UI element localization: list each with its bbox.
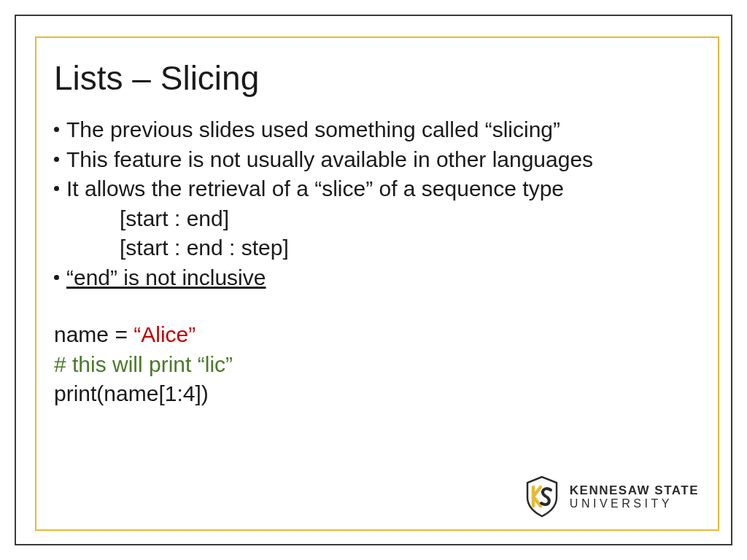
bullet-dot-icon	[54, 275, 59, 280]
bullet-text: This feature is not usually available in…	[66, 145, 693, 175]
logo-line1: KENNESAW STATE	[570, 484, 699, 497]
code-comment: # this will print “lic”	[54, 350, 693, 380]
logo-mark-icon	[523, 475, 561, 518]
slide-body: The previous slides used something calle…	[54, 115, 693, 409]
logo-line2: UNIVERSITY	[570, 498, 699, 510]
logo-text: KENNESAW STATE UNIVERSITY	[570, 484, 699, 510]
syntax-line: [start : end]	[54, 204, 693, 234]
bullet-dot-icon	[54, 186, 59, 191]
code-line: name = “Alice”	[54, 320, 693, 350]
slide-content: Lists – Slicing The previous slides used…	[54, 58, 693, 516]
bullet-item: It allows the retrieval of a “slice” of …	[54, 174, 693, 204]
bullet-item: The previous slides used something calle…	[54, 115, 693, 145]
code-print: print(name[1:4])	[54, 379, 693, 409]
code-example: name = “Alice” # this will print “lic” p…	[54, 320, 693, 409]
bullet-text: It allows the retrieval of a “slice” of …	[66, 174, 693, 204]
syntax-line: [start : end : step]	[54, 233, 693, 263]
code-assign: name =	[54, 322, 133, 346]
bullet-item: “end” is not inclusive	[54, 263, 693, 293]
bullet-dot-icon	[54, 157, 59, 162]
bullet-item: This feature is not usually available in…	[54, 145, 693, 175]
bullet-text: The previous slides used something calle…	[66, 115, 693, 145]
bullet-dot-icon	[54, 127, 59, 132]
bullet-text: “end” is not inclusive	[66, 263, 693, 293]
code-string: “Alice”	[133, 322, 196, 346]
slide-title: Lists – Slicing	[54, 58, 693, 98]
university-logo: KENNESAW STATE UNIVERSITY	[523, 475, 699, 518]
